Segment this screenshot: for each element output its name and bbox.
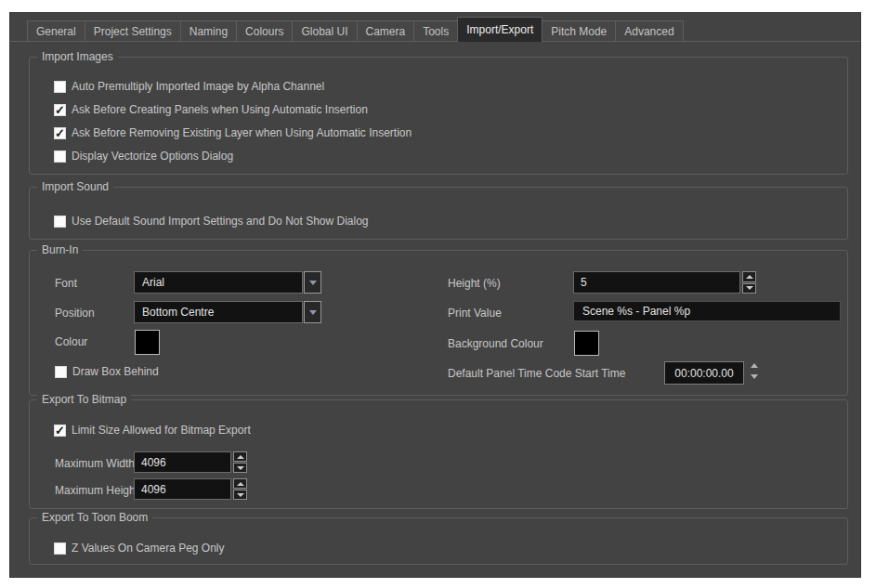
checkbox-label: Draw Box Behind	[72, 365, 159, 378]
background-colour-swatch[interactable]	[574, 331, 599, 356]
group-title: Import Images	[37, 50, 118, 63]
checkbox-label: Auto Premultiply Imported Image by Alpha…	[72, 80, 324, 93]
tab-naming[interactable]: Naming	[180, 20, 237, 41]
checkbox-draw-box-behind[interactable]: Draw Box Behind	[55, 365, 159, 378]
maximum-width-spinner	[134, 451, 247, 473]
font-combobox[interactable]: Arial	[134, 271, 321, 294]
group-title: Burn-In	[37, 243, 83, 256]
print-value-input[interactable]	[573, 301, 841, 321]
background-colour-label: Background Colour	[448, 337, 543, 350]
checkbox-auto-premultiply[interactable]: Auto Premultiply Imported Image by Alpha…	[54, 80, 324, 93]
tab-project-settings[interactable]: Project Settings	[85, 20, 181, 41]
maximum-height-spinner	[134, 478, 247, 500]
checkbox-label: Z Values On Camera Peg Only	[72, 542, 225, 555]
checkbox-icon[interactable]	[54, 127, 66, 139]
checkbox-z-values-camera-peg[interactable]: Z Values On Camera Peg Only	[54, 542, 225, 555]
spin-down-icon[interactable]	[751, 374, 758, 379]
preferences-panel: General Project Settings Naming Colours …	[9, 12, 861, 578]
tab-colours[interactable]: Colours	[236, 20, 293, 41]
maximum-height-label: Maximum Height	[55, 484, 138, 497]
spin-up-icon[interactable]	[751, 363, 758, 368]
height-percent-label: Height (%)	[448, 277, 501, 290]
spin-up-icon[interactable]	[233, 478, 247, 489]
tab-pitch-mode[interactable]: Pitch Mode	[542, 20, 616, 41]
checkbox-icon[interactable]	[55, 366, 67, 378]
spin-buttons	[742, 271, 756, 294]
spin-down-icon[interactable]	[233, 490, 247, 500]
maximum-width-label: Maximum Width	[55, 457, 135, 470]
maximum-height-input[interactable]	[134, 478, 231, 500]
colour-label: Colour	[55, 335, 87, 348]
font-label: Font	[55, 277, 77, 290]
group-burn-in: Burn-In Font Arial Position Bottom Centr…	[29, 250, 848, 396]
group-export-toonboom: Export To Toon Boom Z Values On Camera P…	[29, 517, 848, 565]
checkbox-icon[interactable]	[54, 150, 66, 163]
chevron-down-icon[interactable]	[304, 301, 321, 323]
spin-down-icon[interactable]	[742, 283, 756, 294]
spin-up-icon[interactable]	[233, 451, 247, 462]
tab-general[interactable]: General	[27, 20, 85, 41]
tab-bar: General Project Settings Naming Colours …	[27, 13, 683, 41]
checkbox-label: Ask Before Creating Panels when Using Au…	[72, 103, 368, 116]
tab-global-ui[interactable]: Global UI	[292, 20, 357, 41]
spin-up-icon[interactable]	[742, 271, 756, 282]
checkbox-icon[interactable]	[54, 542, 66, 555]
checkbox-display-vectorize-options[interactable]: Display Vectorize Options Dialog	[54, 150, 233, 163]
position-combobox-value[interactable]: Bottom Centre	[134, 301, 303, 323]
checkbox-icon[interactable]	[54, 104, 66, 116]
timecode-label: Default Panel Time Code Start Time	[448, 367, 625, 380]
checkbox-icon[interactable]	[54, 425, 66, 437]
tab-advanced[interactable]: Advanced	[615, 20, 683, 41]
tab-tools[interactable]: Tools	[413, 20, 458, 41]
position-label: Position	[55, 307, 95, 320]
checkbox-label: Ask Before Removing Existing Layer when …	[72, 126, 412, 139]
checkbox-label: Use Default Sound Import Settings and Do…	[72, 215, 369, 228]
colour-swatch[interactable]	[135, 330, 160, 355]
checkbox-default-sound-import[interactable]: Use Default Sound Import Settings and Do…	[54, 215, 369, 228]
maximum-width-input[interactable]	[134, 451, 231, 473]
checkbox-label: Display Vectorize Options Dialog	[72, 150, 233, 163]
checkbox-ask-before-removing-layer[interactable]: Ask Before Removing Existing Layer when …	[54, 126, 412, 139]
print-value-label: Print Value	[448, 307, 502, 320]
spin-down-icon[interactable]	[233, 463, 247, 473]
checkbox-icon[interactable]	[54, 216, 66, 228]
checkbox-icon[interactable]	[54, 81, 66, 93]
checkbox-limit-bitmap-size[interactable]: Limit Size Allowed for Bitmap Export	[54, 424, 251, 437]
group-title: Export To Bitmap	[37, 393, 131, 406]
tab-camera[interactable]: Camera	[357, 20, 415, 41]
height-percent-spinner	[573, 271, 756, 294]
height-percent-input[interactable]	[573, 271, 740, 294]
font-combobox-value[interactable]: Arial	[134, 271, 303, 294]
checkbox-ask-before-creating-panels[interactable]: Ask Before Creating Panels when Using Au…	[54, 103, 368, 116]
timecode-input[interactable]	[664, 361, 744, 385]
timecode-spin-buttons	[751, 363, 758, 379]
group-export-bitmap: Export To Bitmap Limit Size Allowed for …	[29, 399, 848, 509]
tab-import-export[interactable]: Import/Export	[457, 17, 543, 42]
group-import-images: Import Images Auto Premultiply Imported …	[29, 57, 848, 175]
chevron-down-icon[interactable]	[304, 271, 321, 294]
group-import-sound: Import Sound Use Default Sound Import Se…	[29, 187, 848, 240]
position-combobox[interactable]: Bottom Centre	[134, 301, 321, 323]
spin-buttons	[233, 451, 247, 473]
spin-buttons	[233, 478, 247, 500]
tabbar-divider	[10, 41, 860, 42]
group-title: Export To Toon Boom	[37, 511, 152, 524]
group-title: Import Sound	[37, 180, 113, 193]
checkbox-label: Limit Size Allowed for Bitmap Export	[72, 424, 251, 437]
